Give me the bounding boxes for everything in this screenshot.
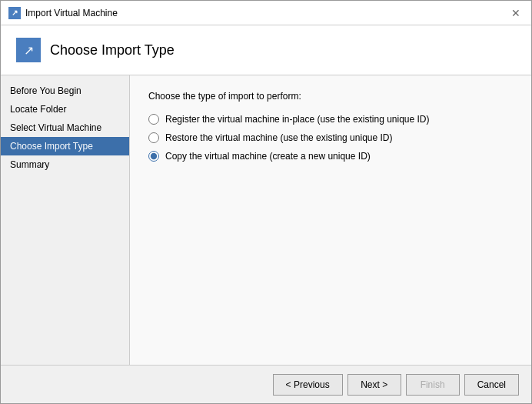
radio-register-label: Register the virtual machine in-place (u… <box>165 114 430 125</box>
main-content: Choose the type of import to perform: Re… <box>130 75 531 365</box>
dialog-footer: < Previous Next > Finish Cancel <box>1 365 531 403</box>
radio-copy-label: Copy the virtual machine (create a new u… <box>165 151 371 162</box>
sidebar: Before You Begin Locate Folder Select Vi… <box>1 75 130 365</box>
cancel-button[interactable]: Cancel <box>464 374 519 396</box>
content-area: Before You Begin Locate Folder Select Vi… <box>1 75 531 365</box>
close-button[interactable]: ✕ <box>508 5 524 21</box>
window-icon: ↗ <box>8 7 21 19</box>
sidebar-item-choose-import-type[interactable]: Choose Import Type <box>1 137 129 155</box>
page-title: Choose Import Type <box>50 42 175 58</box>
radio-item-register[interactable]: Register the virtual machine in-place (u… <box>148 114 513 125</box>
sidebar-item-locate-folder[interactable]: Locate Folder <box>1 100 129 119</box>
sidebar-item-select-virtual-machine[interactable]: Select Virtual Machine <box>1 119 129 137</box>
title-bar: ↗ Import Virtual Machine ✕ <box>1 1 531 25</box>
radio-copy[interactable] <box>148 151 159 162</box>
radio-restore-label: Restore the virtual machine (use the exi… <box>165 132 392 143</box>
next-button[interactable]: Next > <box>347 374 401 396</box>
title-bar-left: ↗ Import Virtual Machine <box>8 7 118 19</box>
import-virtual-machine-dialog: ↗ Import Virtual Machine ✕ ↗ Choose Impo… <box>0 0 532 404</box>
radio-item-copy[interactable]: Copy the virtual machine (create a new u… <box>148 151 513 162</box>
window-title: Import Virtual Machine <box>25 8 118 18</box>
import-type-options: Register the virtual machine in-place (u… <box>148 114 513 162</box>
sidebar-item-before-you-begin[interactable]: Before You Begin <box>1 82 129 100</box>
sidebar-item-summary[interactable]: Summary <box>1 155 129 174</box>
section-description: Choose the type of import to perform: <box>148 91 513 102</box>
radio-restore[interactable] <box>148 132 159 143</box>
finish-button[interactable]: Finish <box>406 374 460 396</box>
radio-item-restore[interactable]: Restore the virtual machine (use the exi… <box>148 132 513 143</box>
header-icon: ↗ <box>16 38 41 62</box>
page-header: ↗ Choose Import Type <box>1 25 531 75</box>
radio-register[interactable] <box>148 114 159 125</box>
previous-button[interactable]: < Previous <box>273 374 343 396</box>
